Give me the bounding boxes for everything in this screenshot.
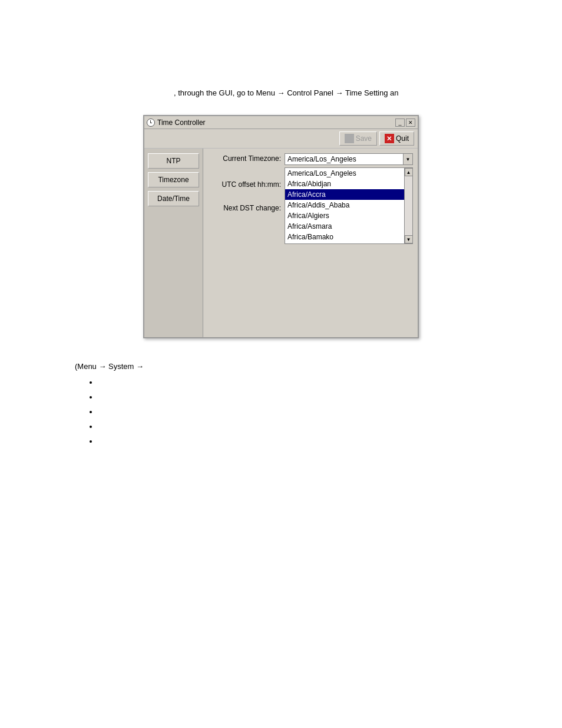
next-dst-label: Next DST change: (208, 203, 285, 212)
dialog-wrapper: Time Controller _ ✕ Save ✕ Quit (0, 115, 562, 338)
scrollbar-track (405, 176, 413, 235)
list-item (98, 422, 550, 431)
dialog-controls: _ ✕ (395, 118, 415, 127)
timezone-value-display: America/Los_Angeles (285, 153, 404, 165)
dialog-title-left: Time Controller (147, 118, 206, 127)
utc-offset-label: UTC offset hh:mm: (208, 179, 285, 189)
save-label: Save (356, 134, 372, 143)
dialog-main: Current Timezone: America/Los_Angeles ▼ … (203, 149, 418, 337)
list-item[interactable]: Africa/Algiers (285, 210, 404, 221)
timezone-control-area: America/Los_Angeles ▼ America/Los_Angele… (285, 153, 413, 244)
list-item[interactable]: Africa/Bangui (285, 242, 404, 244)
minimize-button[interactable]: _ (395, 118, 405, 127)
dialog-toolbar: Save ✕ Quit (144, 129, 418, 149)
list-item[interactable]: Africa/Asmara (285, 221, 404, 232)
dialog-title: Time Controller (157, 118, 206, 127)
list-item (98, 378, 550, 387)
menu-path: (Menu → System → (75, 362, 550, 371)
dialog-sidebar: NTP Timezone Date/Time (144, 149, 203, 337)
quit-label: Quit (396, 134, 409, 143)
timezone-scrollbar: ▲ ▼ (404, 168, 412, 243)
save-icon (345, 134, 354, 143)
clock-icon (147, 118, 155, 127)
timezone-button[interactable]: Timezone (148, 172, 199, 187)
bullet-list (98, 378, 550, 446)
current-timezone-label: Current Timezone: (208, 153, 285, 163)
current-timezone-row: Current Timezone: America/Los_Angeles ▼ … (208, 153, 413, 244)
dialog-body: NTP Timezone Date/Time Current Timezone: (144, 149, 418, 337)
timezone-list-inner: America/Los_Angeles Africa/Abidjan Afric… (285, 168, 404, 244)
timezone-listbox[interactable]: America/Los_Angeles Africa/Abidjan Afric… (285, 167, 413, 244)
timezone-dropdown-arrow[interactable]: ▼ (404, 153, 413, 165)
quit-button[interactable]: ✕ Quit (379, 131, 414, 146)
list-item[interactable]: Africa/Addis_Ababa (285, 200, 404, 210)
instruction-text: , through the GUI, go to Menu → Control … (174, 88, 562, 97)
bottom-section: (Menu → System → (63, 362, 562, 446)
quit-icon: ✕ (385, 134, 394, 143)
list-item (98, 393, 550, 401)
list-item[interactable]: America/Los_Angeles (285, 168, 404, 179)
page-content: , through the GUI, go to Menu → Control … (0, 0, 562, 463)
list-item (98, 407, 550, 416)
timezone-select-display: America/Los_Angeles ▼ (285, 153, 413, 165)
list-item[interactable]: Africa/Bamako (285, 232, 404, 242)
scrollbar-up-button[interactable]: ▲ (405, 168, 413, 176)
save-button[interactable]: Save (339, 131, 377, 146)
time-controller-dialog: Time Controller _ ✕ Save ✕ Quit (143, 115, 419, 338)
close-button[interactable]: ✕ (406, 118, 415, 127)
list-item[interactable]: Africa/Abidjan (285, 179, 404, 189)
list-item-selected[interactable]: Africa/Accra (285, 189, 404, 200)
dialog-titlebar: Time Controller _ ✕ (144, 116, 418, 129)
list-item (98, 437, 550, 446)
scrollbar-down-button[interactable]: ▼ (405, 235, 413, 243)
datetime-button[interactable]: Date/Time (148, 191, 199, 206)
ntp-button[interactable]: NTP (148, 153, 199, 169)
